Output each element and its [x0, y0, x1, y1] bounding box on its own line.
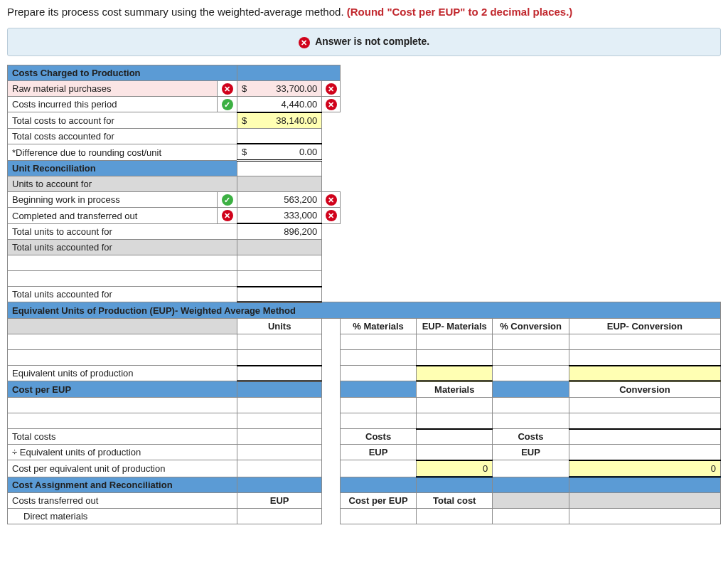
check-icon: ✓ — [222, 99, 233, 110]
input-cell[interactable]: $33,700.00 — [237, 80, 322, 96]
col-header-units: Units — [237, 319, 322, 334]
row-label: Units to account for — [8, 176, 237, 192]
section-header: Equivalent Units of Production (EUP)- We… — [8, 302, 721, 319]
col-header-cost-per-eup: Cost per EUP — [341, 492, 417, 508]
input-cell[interactable] — [417, 350, 493, 366]
section-header: Cost per EUP — [8, 381, 237, 398]
input-cell[interactable]: 563,200 — [237, 192, 322, 208]
input-cell[interactable] — [417, 398, 493, 413]
x-icon: ✕ — [326, 210, 337, 221]
sub-header-costs: Costs — [341, 429, 417, 445]
row-label: Equivalent units of production — [8, 366, 237, 381]
row-label: Costs transferred out — [8, 492, 237, 508]
row-label: Cost per equivalent unit of production — [8, 460, 237, 477]
input-cell[interactable] — [569, 445, 720, 460]
sub-header-eup: EUP — [493, 445, 569, 460]
input-cell[interactable] — [237, 255, 322, 271]
row-label[interactable]: Beginning work in process — [8, 192, 218, 208]
input-cell[interactable] — [237, 271, 322, 287]
instruction-part-b: (Round "Cost per EUP" to 2 decimal place… — [347, 6, 573, 18]
row-label: ÷ Equivalent units of production — [8, 445, 237, 460]
x-icon: ✕ — [326, 83, 337, 95]
input-cell[interactable] — [341, 508, 417, 524]
col-header-pct-materials: % Materials — [341, 319, 417, 334]
sub-header-costs: Costs — [493, 429, 569, 445]
computed-cell: 0 — [417, 460, 493, 477]
x-icon: ✕ — [326, 99, 337, 110]
x-icon: ✕ — [222, 210, 233, 221]
row-label: Total costs to account for — [8, 112, 237, 129]
input-cell[interactable] — [569, 350, 720, 366]
answer-status-text: Answer is not complete. — [315, 36, 429, 47]
col-header-eup-conversion: EUP- Conversion — [569, 319, 720, 334]
row-label: Total units accounted for — [8, 240, 237, 255]
input-cell[interactable]: 333,000 — [237, 208, 322, 224]
row-label: Total costs — [8, 429, 237, 445]
input-cell[interactable] — [493, 334, 569, 350]
input-cell[interactable] — [417, 508, 493, 524]
computed-cell — [569, 366, 720, 381]
input-cell[interactable] — [493, 350, 569, 366]
col-header-pct-conversion: % Conversion — [493, 319, 569, 334]
input-cell[interactable] — [237, 508, 322, 524]
x-icon: ✕ — [299, 37, 310, 48]
computed-cell — [237, 287, 322, 302]
input-cell[interactable] — [569, 413, 720, 429]
computed-cell — [237, 366, 322, 381]
col-header-conversion: Conversion — [569, 381, 720, 398]
answer-status-bar: ✕ Answer is not complete. — [7, 28, 721, 56]
input-cell[interactable] — [8, 413, 237, 429]
input-cell[interactable] — [417, 413, 493, 429]
computed-cell: $0.00 — [237, 144, 322, 161]
section-header: Cost Assignment and Reconciliation — [8, 477, 237, 492]
sub-header-eup: EUP — [341, 445, 417, 460]
row-label: Total costs accounted for — [8, 128, 237, 144]
input-cell[interactable] — [8, 350, 237, 366]
computed-cell — [417, 429, 493, 445]
check-icon: ✓ — [222, 194, 233, 206]
computed-cell — [569, 429, 720, 445]
input-cell[interactable] — [417, 334, 493, 350]
input-cell[interactable] — [8, 398, 237, 413]
col-header-eup: EUP — [237, 492, 322, 508]
input-cell[interactable] — [237, 350, 322, 366]
input-cell[interactable] — [569, 334, 720, 350]
input-cell[interactable] — [8, 255, 237, 271]
computed-cell: 896,200 — [237, 223, 322, 240]
input-cell[interactable] — [341, 350, 417, 366]
instruction-part-a: Prepare its process cost summary using t… — [7, 6, 347, 18]
row-label: Total units to account for — [8, 223, 237, 240]
col-header-materials: Materials — [417, 381, 493, 398]
input-cell[interactable] — [8, 271, 237, 287]
row-label[interactable]: Costs incurred this period — [8, 96, 218, 112]
computed-cell — [417, 366, 493, 381]
computed-cell: 0 — [569, 460, 720, 477]
instruction-text: Prepare its process cost summary using t… — [7, 6, 721, 18]
x-icon: ✕ — [326, 194, 337, 206]
input-cell[interactable] — [417, 445, 493, 460]
input-cell[interactable] — [8, 334, 237, 350]
col-header-total-cost: Total cost — [417, 492, 493, 508]
computed-cell: $38,140.00 — [237, 112, 322, 129]
input-cell[interactable] — [341, 334, 417, 350]
row-label: Direct materials — [8, 508, 237, 524]
input-cell[interactable] — [237, 334, 322, 350]
row-label[interactable]: Raw material purchases — [8, 80, 218, 96]
input-cell[interactable]: 4,440.00 — [237, 96, 322, 112]
col-header-eup-materials: EUP- Materials — [417, 319, 493, 334]
section-header: Costs Charged to Production — [8, 65, 237, 80]
row-label: *Difference due to rounding cost/unit — [8, 144, 237, 161]
x-icon: ✕ — [222, 83, 233, 95]
input-cell[interactable] — [237, 128, 322, 144]
row-label: Total units accounted for — [8, 287, 237, 302]
row-label[interactable]: Completed and transferred out — [8, 208, 218, 224]
process-cost-table: Costs Charged to Production Raw material… — [7, 65, 721, 524]
input-cell[interactable] — [569, 398, 720, 413]
section-header: Unit Reconciliation — [8, 161, 237, 176]
